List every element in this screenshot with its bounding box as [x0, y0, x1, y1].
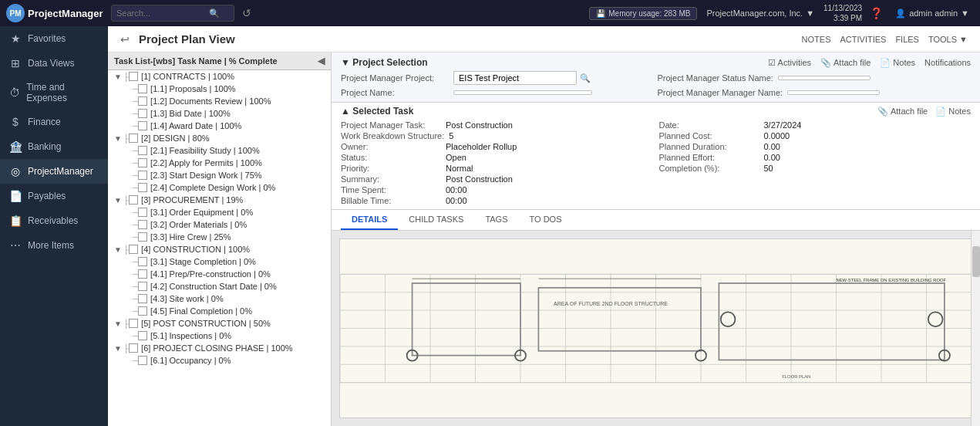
list-item[interactable]: ─ [4.1] Prep/Pre-construction | 0% [108, 268, 331, 280]
files-button[interactable]: FILES [895, 35, 919, 44]
project-selection-title[interactable]: ▼ Project Selection [341, 57, 428, 68]
user-menu[interactable]: 👤 admin admin ▼ [891, 8, 974, 19]
task-checkbox[interactable] [138, 146, 147, 155]
list-item[interactable]: ─ [4.2] Construction Start Date | 0% [108, 280, 331, 292]
sidebar-item-more-items[interactable]: ⋯ More Items [0, 233, 108, 258]
list-item[interactable]: ▼ ├ [6] PROJECT CLOSING PHASE | 100% [108, 342, 331, 354]
task-checkbox[interactable] [138, 171, 147, 180]
list-item[interactable]: ─ [3.1] Stage Completion | 0% [108, 255, 331, 268]
scroll-thumb[interactable] [972, 246, 980, 277]
refresh-button[interactable]: ↺ [239, 7, 254, 19]
list-item[interactable]: ─ [6.1] Occupancy | 0% [108, 354, 331, 367]
list-item[interactable]: ─ [2.1] Feasibility Study | 100% [108, 144, 331, 157]
expand-icon[interactable]: ▼ [114, 245, 123, 254]
sidebar-item-data-views[interactable]: ⊞ Data Views [0, 51, 108, 76]
task-checkbox[interactable] [129, 343, 138, 353]
planned-effort-value: 0.00 [764, 153, 780, 162]
sidebar-item-projectmanager[interactable]: ◎ ProjectManager [0, 159, 108, 184]
tab-to-dos[interactable]: TO DOS [519, 210, 573, 230]
st-attach-file-btn[interactable]: 📎 Attach file [877, 106, 928, 117]
list-item[interactable]: ─ [3.2] Order Materials | 0% [108, 218, 331, 231]
task-checkbox[interactable] [138, 269, 147, 279]
tools-button[interactable]: TOOLS ▼ [928, 35, 968, 44]
sidebar-item-payables[interactable]: 📄 Payables [0, 184, 108, 208]
search-project-icon[interactable]: 🔍 [580, 73, 591, 83]
list-item[interactable]: ─ [4.5] Final Completion | 0% [108, 305, 331, 317]
task-checkbox[interactable] [138, 294, 147, 303]
ps-attach-file-btn[interactable]: 📎 Attach file [820, 58, 871, 68]
list-item[interactable]: ─ [1.1] Proposals | 100% [108, 83, 331, 95]
task-checkbox[interactable] [138, 356, 147, 365]
ps-notes-btn[interactable]: 📄 Notes [880, 58, 915, 68]
list-item[interactable]: ─ [1.3] Bid Date | 100% [108, 107, 331, 120]
ps-arrow: ▼ [341, 57, 352, 68]
pm-manager-input[interactable] [787, 90, 880, 95]
list-item[interactable]: ─ [5.1] Inspections | 0% [108, 330, 331, 342]
task-list-body[interactable]: ▼ ├ [1] CONTRACTS | 100% ─ [1.1] Proposa… [108, 70, 331, 426]
pm-status-input[interactable] [778, 76, 871, 80]
task-checkbox[interactable] [138, 208, 147, 217]
list-item[interactable]: ─ [2.3] Start Design Work | 75% [108, 169, 331, 181]
sidebar-item-finance[interactable]: $ Finance [0, 110, 108, 134]
search-box[interactable]: 🔍 [111, 5, 234, 22]
task-checkbox[interactable] [129, 195, 138, 205]
expand-icon[interactable]: ▼ [114, 196, 123, 205]
task-checkbox[interactable] [129, 72, 138, 81]
account-selector[interactable]: ProjectManager.com, Inc. ▼ [702, 8, 819, 18]
dollar-icon: $ [9, 116, 22, 128]
memory-badge: 💾 Memory usage: 283 MB [589, 7, 697, 20]
tab-details[interactable]: DETAILS [341, 210, 398, 230]
list-item[interactable]: ─ [4.3] Site work | 0% [108, 292, 331, 305]
pm-project-input[interactable]: EIS Test Project [453, 71, 577, 85]
list-item[interactable]: ─ [2.2] Apply for Permits | 100% [108, 157, 331, 169]
task-checkbox[interactable] [138, 331, 147, 340]
task-checkbox[interactable] [138, 220, 147, 229]
tab-tags[interactable]: TAGS [474, 210, 518, 230]
expand-icon[interactable]: ▼ [114, 320, 123, 328]
task-checkbox[interactable] [138, 306, 147, 316]
expand-icon[interactable]: ▼ [114, 73, 123, 81]
task-checkbox[interactable] [138, 158, 147, 167]
st-notes-btn[interactable]: 📄 Notes [935, 106, 971, 117]
list-item[interactable]: ─ [1.4] Award Date | 100% [108, 120, 331, 132]
task-checkbox[interactable] [138, 109, 147, 118]
notes-button[interactable]: NOTES [802, 35, 831, 44]
task-checkbox[interactable] [129, 319, 138, 328]
project-name-input[interactable] [453, 90, 592, 95]
sidebar-item-banking[interactable]: 🏦 Banking [0, 134, 108, 159]
task-checkbox[interactable] [138, 121, 147, 130]
expand-icon[interactable]: ▼ [114, 344, 123, 353]
sidebar-item-time-expenses[interactable]: ⏱ Time and Expenses [0, 76, 108, 110]
ps-activities-btn[interactable]: ☑ Activities [768, 58, 811, 68]
task-checkbox[interactable] [138, 183, 147, 192]
sidebar-item-favorites[interactable]: ★ Favorites [0, 26, 108, 51]
help-button[interactable]: ❓ [867, 7, 886, 19]
list-item[interactable]: ▼ ├ [2] DESIGN | 80% [108, 132, 331, 144]
activities-button[interactable]: ACTIVITIES [840, 35, 886, 44]
task-checkbox[interactable] [129, 245, 138, 254]
list-item[interactable]: ─ [3.1] Order Equipment | 0% [108, 206, 331, 218]
vertical-scrollbar[interactable] [971, 231, 980, 426]
list-item[interactable]: ▼ ├ [3] PROCUREMENT | 19% [108, 194, 331, 206]
list-item[interactable]: ─ [3.3] Hire Crew | 25% [108, 231, 331, 243]
list-item[interactable]: ─ [1.2] Documents Review | 100% [108, 95, 331, 107]
selected-task-title[interactable]: ▲ Selected Task [341, 106, 413, 117]
task-checkbox[interactable] [138, 232, 147, 242]
list-item[interactable]: ▼ ├ [4] CONSTRUCTION | 100% [108, 243, 331, 255]
task-checkbox[interactable] [129, 134, 138, 143]
task-checkbox[interactable] [138, 282, 147, 291]
sidebar-item-receivables[interactable]: 📋 Receivables [0, 208, 108, 233]
back-arrow[interactable]: ↩ [120, 33, 130, 46]
list-item[interactable]: ▼ ├ [1] CONTRACTS | 100% [108, 70, 331, 83]
task-checkbox[interactable] [138, 84, 147, 93]
task-checkbox[interactable] [138, 257, 147, 266]
list-item[interactable]: ▼ ├ [5] POST CONSTRUCTION | 50% [108, 317, 331, 330]
activities-icon: ☑ [768, 58, 776, 68]
list-item[interactable]: ─ [2.4] Complete Design Work | 0% [108, 181, 331, 194]
task-list-collapse[interactable]: ◀ [318, 56, 325, 66]
ps-notifications-btn[interactable]: Notifications [924, 58, 971, 68]
search-input[interactable] [116, 8, 209, 18]
tab-child-tasks[interactable]: CHILD TASKS [398, 210, 474, 230]
expand-icon[interactable]: ▼ [114, 134, 123, 143]
task-checkbox[interactable] [138, 96, 147, 106]
